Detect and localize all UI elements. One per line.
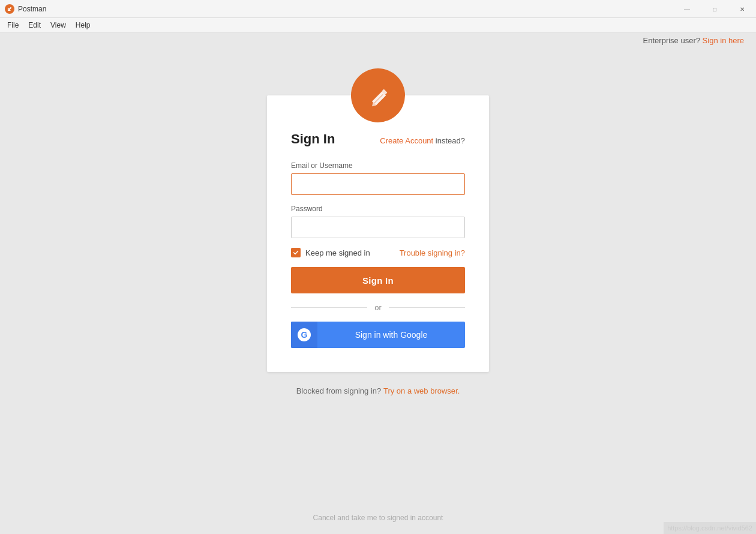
card-header: Sign In Create Account instead?: [291, 131, 465, 147]
menu-bar: File Edit View Help: [0, 18, 756, 32]
cancel-link[interactable]: Cancel and take me to signed in account: [313, 514, 443, 522]
sign-in-title: Sign In: [291, 131, 335, 147]
password-label: Password: [291, 205, 465, 213]
email-input[interactable]: [291, 173, 465, 195]
trouble-signing-link[interactable]: Trouble signing in?: [400, 248, 465, 257]
menu-file[interactable]: File: [2, 18, 23, 32]
menu-view[interactable]: View: [46, 18, 71, 32]
divider: or: [291, 303, 465, 312]
maximize-button[interactable]: □: [701, 0, 728, 18]
keep-signed-in-group: Keep me signed in: [291, 248, 370, 257]
checkmark-icon: [293, 250, 299, 256]
blocked-text: Blocked from signing in?: [296, 386, 382, 395]
google-g-icon: G: [298, 328, 311, 341]
keep-signed-in-checkbox[interactable]: [291, 248, 301, 257]
password-input[interactable]: [291, 217, 465, 238]
create-account-link[interactable]: Create Account: [380, 136, 433, 145]
menu-edit[interactable]: Edit: [23, 18, 46, 32]
create-account-text: Create Account instead?: [380, 136, 465, 145]
postman-logo-circle: [351, 68, 405, 122]
email-form-group: Email or Username: [291, 161, 465, 195]
divider-line-right: [389, 307, 465, 308]
signin-card: Sign In Create Account instead? Email or…: [267, 95, 489, 372]
divider-text: or: [374, 303, 382, 312]
title-bar: Postman — □ ✕: [0, 0, 756, 18]
checkbox-row: Keep me signed in Trouble signing in?: [291, 248, 465, 257]
menu-help[interactable]: Help: [71, 18, 95, 32]
password-form-group: Password: [291, 205, 465, 238]
postman-logo-icon: [363, 80, 393, 110]
google-btn-label: Sign in with Google: [317, 330, 465, 340]
google-sign-in-button[interactable]: G Sign in with Google: [291, 322, 465, 348]
window-controls: — □ ✕: [673, 0, 756, 18]
app-title: Postman: [18, 5, 46, 13]
keep-signed-in-label: Keep me signed in: [305, 248, 370, 257]
close-button[interactable]: ✕: [728, 0, 756, 18]
app-logo-icon: [5, 4, 14, 14]
web-browser-link[interactable]: Try on a web browser.: [383, 386, 460, 395]
blocked-message: Blocked from signing in? Try on a web br…: [296, 386, 460, 395]
minimize-button[interactable]: —: [673, 0, 701, 18]
sign-in-button[interactable]: Sign In: [291, 267, 465, 293]
main-content: Sign In Create Account instead? Email or…: [0, 32, 756, 534]
email-label: Email or Username: [291, 161, 465, 170]
create-account-suffix: instead?: [436, 136, 465, 145]
divider-line-left: [291, 307, 367, 308]
google-icon-box: G: [291, 322, 317, 348]
watermark: https://blog.csdn.net/vivid562: [664, 522, 756, 534]
